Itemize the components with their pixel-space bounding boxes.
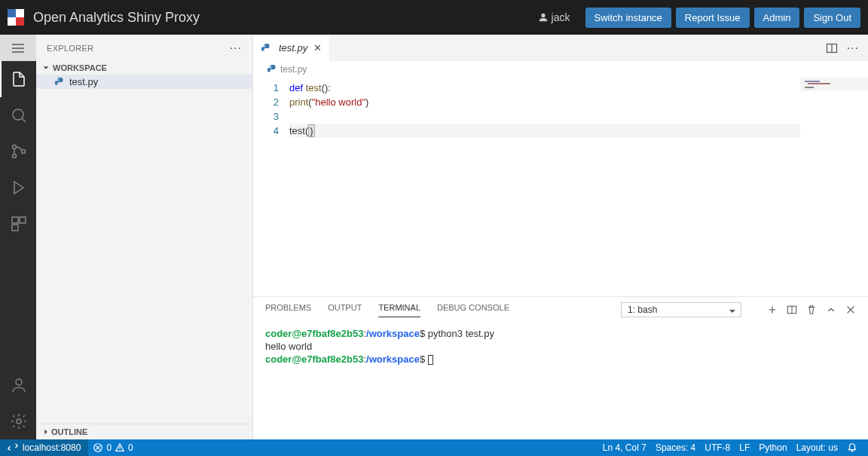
warning-count: 0 [128, 442, 133, 453]
explorer-header: EXPLORER ··· [36, 35, 252, 61]
status-notifications-icon[interactable] [842, 442, 862, 453]
panel-tab-output[interactable]: OUTPUT [328, 303, 362, 317]
status-layout[interactable]: Layout: us [792, 442, 842, 453]
explorer-title: EXPLORER [47, 44, 93, 53]
remote-icon [8, 442, 18, 453]
remote-host: localhost:8080 [23, 442, 81, 453]
new-terminal-icon[interactable] [767, 305, 778, 315]
status-encoding[interactable]: UTF-8 [700, 442, 735, 453]
outline-label: OUTLINE [51, 427, 87, 436]
breadcrumb-file: test.py [280, 64, 307, 75]
chevron-down-icon [729, 308, 736, 315]
kill-terminal-icon[interactable] [806, 305, 817, 315]
app-title: Open Analytics Shiny Proxy [33, 10, 200, 26]
admin-button[interactable]: Admin [754, 8, 800, 28]
svg-point-12 [58, 78, 59, 79]
python-file-icon [261, 43, 271, 54]
activity-extensions-icon[interactable] [0, 206, 36, 242]
tab-label: test.py [279, 42, 307, 54]
svg-rect-17 [808, 83, 830, 84]
tab-close-icon[interactable]: ✕ [313, 42, 322, 54]
file-item-test-py[interactable]: test.py [36, 75, 252, 89]
switch-instance-button[interactable]: Switch instance [585, 8, 671, 28]
file-name: test.py [69, 76, 98, 87]
panel-tab-terminal[interactable]: TERMINAL [378, 303, 420, 317]
activity-debug-icon[interactable] [0, 170, 36, 206]
chevron-down-icon [41, 63, 51, 73]
bottom-panel: PROBLEMS OUTPUT TERMINAL DEBUG CONSOLE 1… [253, 296, 868, 439]
activity-source-control-icon[interactable] [0, 133, 36, 170]
terminal-selector-value: 1: bash [628, 305, 657, 315]
explorer-sidebar: EXPLORER ··· WORKSPACE test.py OUTLINE [36, 35, 253, 439]
panel-tab-debug[interactable]: DEBUG CONSOLE [437, 303, 509, 317]
workspace-label: WORKSPACE [53, 63, 107, 72]
remote-indicator[interactable]: localhost:8080 [0, 439, 88, 456]
app-header: Open Analytics Shiny Proxy jack Switch i… [0, 0, 868, 35]
svg-rect-7 [12, 217, 18, 223]
activity-bar [0, 35, 36, 439]
svg-point-4 [13, 145, 17, 149]
editor-area: test.py ✕ ··· test.py 1 2 3 4 def test()… [253, 35, 868, 439]
error-icon [93, 442, 103, 453]
svg-point-13 [264, 44, 265, 45]
status-bar: localhost:8080 0 0 Ln 4, Col 7 Spaces: 4… [0, 439, 868, 456]
tab-test-py[interactable]: test.py ✕ [253, 35, 330, 61]
svg-rect-2 [16, 17, 24, 26]
svg-point-5 [13, 155, 17, 158]
line-number: 2 [253, 95, 279, 109]
activity-account-icon[interactable] [0, 367, 36, 403]
terminal-selector[interactable]: 1: bash [621, 302, 741, 317]
activity-explorer-icon[interactable] [0, 61, 36, 97]
minimap[interactable] [800, 78, 868, 296]
activity-settings-icon[interactable] [0, 403, 36, 439]
explorer-more-icon[interactable]: ··· [230, 41, 242, 55]
svg-point-6 [22, 150, 26, 154]
error-count: 0 [106, 442, 112, 453]
user-icon [538, 12, 549, 23]
activity-search-icon[interactable] [0, 97, 36, 133]
svg-rect-16 [805, 81, 820, 82]
terminal-cursor [428, 355, 433, 365]
code-content[interactable]: def test(): print("hello world") test() [289, 78, 868, 296]
svg-point-15 [270, 66, 271, 66]
editor-tabs: test.py ✕ ··· [253, 35, 868, 61]
svg-rect-9 [12, 225, 18, 231]
line-number: 1 [253, 81, 279, 95]
split-editor-icon[interactable] [826, 42, 838, 54]
report-issue-button[interactable]: Report Issue [676, 8, 750, 28]
status-problems[interactable]: 0 0 [88, 442, 137, 453]
hamburger-menu-button[interactable] [0, 35, 36, 61]
close-panel-icon[interactable] [845, 305, 856, 315]
terminal-content[interactable]: coder@e7fbaf8e2b53:/workspace$ python3 t… [253, 323, 868, 439]
svg-point-10 [16, 379, 22, 385]
app-logo-icon [8, 9, 24, 26]
status-indentation[interactable]: Spaces: 4 [651, 442, 700, 453]
outline-section-header[interactable]: OUTLINE [36, 424, 252, 439]
chevron-right-icon [41, 427, 51, 437]
status-cursor-position[interactable]: Ln 4, Col 7 [598, 442, 651, 453]
code-editor[interactable]: 1 2 3 4 def test(): print("hello world")… [253, 78, 868, 296]
svg-rect-1 [8, 9, 16, 17]
panel-tabs: PROBLEMS OUTPUT TERMINAL DEBUG CONSOLE 1… [253, 297, 868, 323]
svg-point-11 [17, 419, 21, 424]
user-indicator: jack [538, 11, 570, 23]
svg-rect-18 [805, 87, 814, 88]
user-name: jack [552, 11, 570, 23]
python-file-icon [54, 77, 65, 87]
workspace-section-header[interactable]: WORKSPACE [36, 61, 252, 75]
python-file-icon [267, 64, 277, 75]
sign-out-button[interactable]: Sign Out [804, 8, 860, 28]
line-gutter: 1 2 3 4 [253, 78, 289, 296]
svg-rect-8 [20, 217, 26, 223]
line-number: 4 [253, 124, 279, 138]
warning-icon [115, 442, 125, 453]
split-terminal-icon[interactable] [787, 305, 797, 315]
svg-point-3 [13, 109, 23, 120]
breadcrumb[interactable]: test.py [253, 61, 868, 78]
line-number: 3 [253, 109, 279, 124]
maximize-panel-icon[interactable] [826, 305, 836, 315]
status-language[interactable]: Python [754, 442, 791, 453]
panel-tab-problems[interactable]: PROBLEMS [265, 303, 311, 317]
status-eol[interactable]: LF [735, 442, 754, 453]
editor-more-icon[interactable]: ··· [847, 41, 859, 55]
